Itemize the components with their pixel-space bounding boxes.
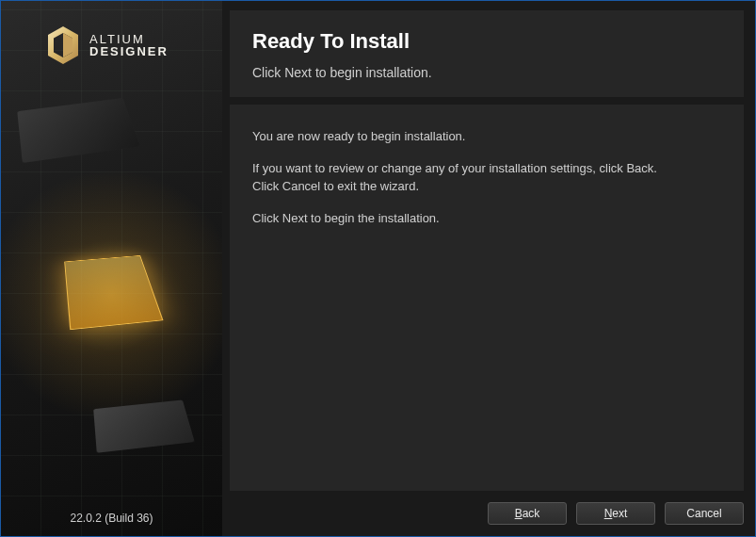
body-text-3: Click Cancel to exit the wizard.	[252, 177, 721, 196]
next-button[interactable]: Next	[576, 502, 655, 525]
page-title: Ready To Install	[252, 29, 721, 54]
footer-buttons: Back Next Cancel	[230, 491, 744, 525]
back-button[interactable]: Back	[488, 502, 567, 525]
brand-line2: DESIGNER	[89, 45, 169, 57]
installer-window: ALTIUM DESIGNER 22.0.2 (Build 36) Ready …	[1, 1, 755, 536]
sidebar: ALTIUM DESIGNER 22.0.2 (Build 36)	[1, 1, 222, 536]
cancel-button[interactable]: Cancel	[665, 502, 744, 525]
header-panel: Ready To Install Click Next to begin ins…	[230, 10, 744, 97]
version-label: 22.0.2 (Build 36)	[1, 512, 222, 525]
body-text-4: Click Next to begin the installation.	[252, 209, 721, 228]
body-text-2: If you want to review or change any of y…	[252, 159, 721, 178]
page-subtitle: Click Next to begin installation.	[252, 65, 721, 80]
body-text-1: You are now ready to begin installation.	[252, 127, 721, 146]
brand-logo: ALTIUM DESIGNER	[46, 25, 169, 65]
main-panel: Ready To Install Click Next to begin ins…	[222, 1, 755, 536]
body-panel: You are now ready to begin installation.…	[230, 105, 744, 491]
brand-text: ALTIUM DESIGNER	[89, 33, 169, 57]
altium-logo-icon	[46, 25, 80, 65]
